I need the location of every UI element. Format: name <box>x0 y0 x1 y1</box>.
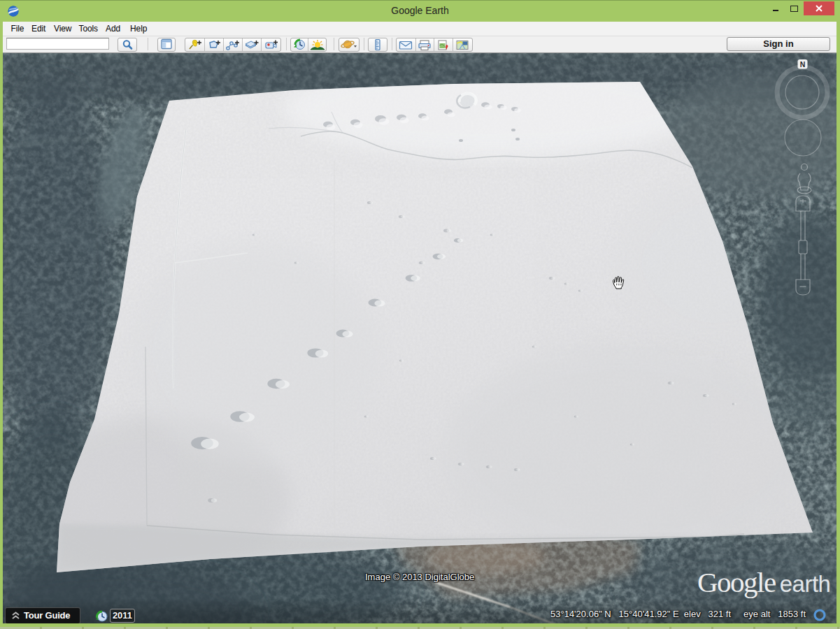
svg-text:N: N <box>800 60 806 68</box>
